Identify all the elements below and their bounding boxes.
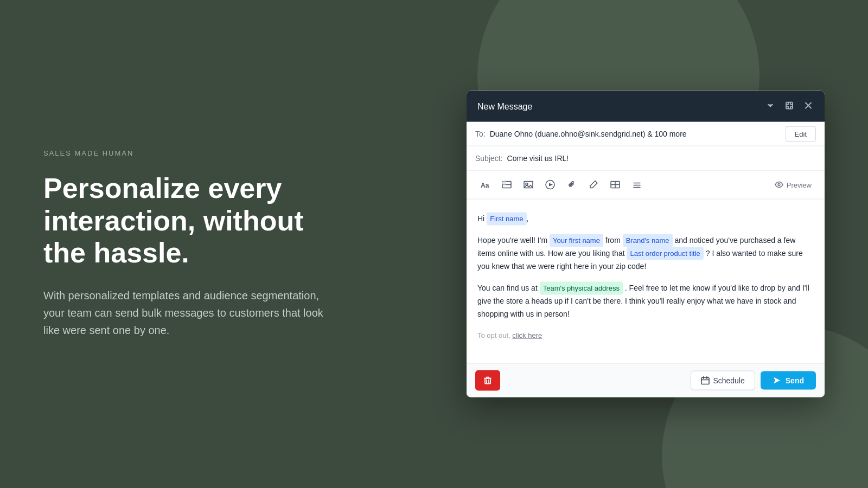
modal-controls — [765, 100, 814, 113]
brand-name-tag[interactable]: Brand's name — [623, 234, 673, 247]
opt-out-link[interactable]: click here — [512, 331, 542, 339]
send-label: Send — [786, 376, 804, 384]
greeting-comma: , — [527, 214, 529, 223]
svg-rect-0 — [786, 102, 793, 109]
to-field: To: Duane Ohno (duane.ohno@sink.sendgrid… — [467, 122, 825, 146]
preview-button[interactable]: Preview — [770, 178, 816, 191]
trash-icon — [483, 375, 493, 385]
svg-point-17 — [778, 184, 780, 186]
svg-rect-18 — [485, 378, 490, 383]
modal-chevron-button[interactable] — [765, 100, 776, 113]
address-tag[interactable]: Team's physical address — [540, 282, 623, 295]
email-toolbar: Aa — [467, 171, 825, 200]
opt-out-text: To opt out, — [477, 331, 510, 339]
image-block-icon — [501, 179, 512, 190]
to-input-wrapper: To: Duane Ohno (duane.ohno@sink.sendgrid… — [475, 122, 786, 146]
opt-out-line: To opt out, click here — [477, 329, 814, 341]
footer-actions: Schedule Send — [691, 370, 816, 390]
to-value: Duane Ohno (duane.ohno@sink.sendgrid.net… — [490, 130, 786, 138]
text-format-button[interactable]: Aa — [475, 176, 495, 194]
svg-marker-10 — [549, 183, 553, 187]
calendar-icon — [701, 376, 710, 384]
video-button[interactable] — [540, 176, 560, 194]
schedule-label: Schedule — [713, 376, 744, 384]
svg-marker-25 — [774, 377, 780, 383]
text-format-icon: Aa — [480, 179, 490, 190]
email-body[interactable]: Hi First name, Hope you're well! I'm You… — [467, 200, 825, 363]
greeting-text: Hi — [477, 214, 487, 223]
video-icon — [545, 179, 556, 190]
modal-footer: Schedule Send — [467, 363, 825, 397]
chevron-down-icon — [766, 101, 775, 110]
body-before-firstname: Hope you're well! I'm — [477, 236, 547, 245]
insert-image-icon — [523, 179, 534, 190]
left-panel: SALES MADE HUMAN Personalize every inter… — [0, 0, 369, 488]
your-first-name-tag[interactable]: Your first name — [550, 234, 603, 247]
insert-image-button[interactable] — [519, 176, 538, 194]
eye-icon — [775, 181, 783, 189]
headline: Personalize every interaction, without t… — [43, 172, 326, 269]
modal-header: New Message — [467, 91, 825, 122]
svg-rect-6 — [502, 182, 506, 185]
first-name-tag[interactable]: First name — [487, 213, 526, 226]
body-find-us: You can find us at — [477, 284, 538, 292]
subject-field: Subject: Come visit us IRL! — [467, 146, 825, 171]
subtext: With personalized templates and audience… — [43, 287, 326, 339]
email-modal-wrapper: New Message — [467, 91, 825, 397]
subject-label: Subject: — [475, 154, 503, 163]
list-button[interactable] — [627, 176, 647, 194]
body-line-1: Hope you're well! I'm Your first name fr… — [477, 234, 814, 273]
attachment-button[interactable] — [562, 176, 582, 194]
pen-button[interactable] — [584, 176, 603, 194]
send-icon — [773, 376, 781, 384]
table-button[interactable] — [605, 176, 625, 194]
svg-text:Aa: Aa — [481, 182, 489, 189]
attachment-icon — [566, 179, 577, 190]
schedule-button[interactable]: Schedule — [691, 370, 755, 390]
greeting-line: Hi First name, — [477, 213, 814, 226]
tagline: SALES MADE HUMAN — [43, 149, 326, 157]
modal-title: New Message — [477, 101, 532, 111]
to-label: To: — [475, 130, 486, 138]
image-block-button[interactable] — [497, 176, 516, 194]
body-from-text: from — [605, 236, 621, 245]
pen-icon — [588, 179, 599, 190]
modal-expand-button[interactable] — [783, 100, 795, 113]
modal-close-button[interactable] — [803, 100, 814, 113]
delete-button[interactable] — [475, 370, 500, 390]
list-icon — [631, 179, 642, 190]
svg-rect-21 — [701, 377, 709, 384]
last-order-tag[interactable]: Last order product title — [627, 247, 703, 260]
email-modal: New Message — [467, 91, 825, 397]
expand-icon — [784, 101, 794, 111]
close-icon — [804, 101, 813, 110]
edit-recipients-button[interactable]: Edit — [786, 126, 816, 142]
body-line-2: You can find us at Team's physical addre… — [477, 282, 814, 321]
preview-label: Preview — [787, 181, 812, 189]
send-button[interactable]: Send — [761, 371, 816, 389]
subject-value: Come visit us IRL! — [507, 154, 569, 163]
table-icon — [610, 179, 621, 190]
